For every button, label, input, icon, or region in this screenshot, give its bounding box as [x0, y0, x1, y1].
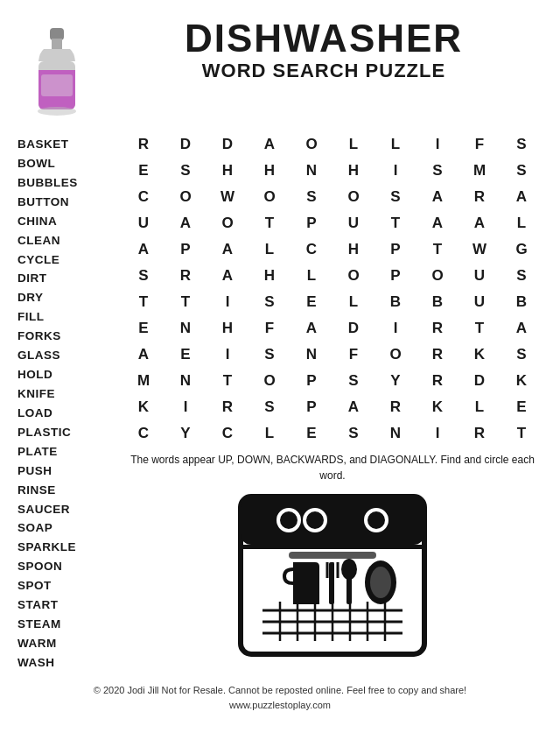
- grid-cell: T: [416, 236, 458, 263]
- grid-cell: F: [458, 131, 500, 158]
- grid-cell: P: [290, 394, 332, 420]
- grid-cell: Y: [164, 420, 206, 447]
- word-item: DRY: [18, 289, 114, 307]
- grid-cell: R: [206, 394, 248, 420]
- grid-cell: S: [248, 342, 290, 368]
- grid-cell: T: [500, 420, 542, 447]
- grid-cell: T: [122, 289, 164, 315]
- grid-cell: I: [206, 342, 248, 368]
- grid-cell: S: [500, 263, 542, 289]
- grid-container: RDDAOLLIFSESHHNHISMSCOWOSOSARAUAOTPUTAAL…: [122, 131, 542, 447]
- grid-cell: H: [332, 158, 374, 184]
- grid-cell: B: [500, 289, 542, 315]
- grid-cell: P: [374, 263, 416, 289]
- grid-cell: L: [290, 263, 332, 289]
- word-item: CYCLE: [18, 251, 114, 270]
- footer: © 2020 Jodi Jill Not for Resale. Cannot …: [94, 683, 466, 714]
- grid-cell: U: [458, 263, 500, 289]
- svg-rect-9: [241, 545, 424, 549]
- grid-cell: S: [374, 184, 416, 210]
- grid-cell: L: [374, 131, 416, 158]
- grid-cell: O: [248, 184, 290, 210]
- grid-cell: N: [374, 420, 416, 447]
- grid-cell: I: [416, 131, 458, 158]
- word-item: SPOON: [18, 558, 114, 576]
- grid-cell: E: [122, 315, 164, 342]
- word-search-grid: RDDAOLLIFSESHHNHISMSCOWOSOSARAUAOTPUTAAL…: [122, 131, 542, 447]
- grid-cell: B: [416, 289, 458, 315]
- grid-cell: S: [248, 394, 290, 420]
- grid-cell: D: [206, 131, 248, 158]
- grid-cell: K: [416, 394, 458, 420]
- grid-cell: O: [332, 263, 374, 289]
- grid-cell: K: [500, 368, 542, 394]
- grid-cell: T: [458, 315, 500, 342]
- svg-rect-8: [241, 497, 424, 545]
- grid-cell: A: [458, 210, 500, 236]
- grid-cell: I: [164, 394, 206, 420]
- grid-cell: R: [122, 131, 164, 158]
- word-item: PUSH: [18, 462, 114, 481]
- grid-cell: S: [164, 158, 206, 184]
- grid-cell: S: [290, 184, 332, 210]
- grid-cell: A: [248, 131, 290, 158]
- word-item: PLASTIC: [18, 424, 114, 442]
- word-item: FORKS: [18, 328, 114, 346]
- grid-cell: A: [416, 184, 458, 210]
- word-item: SAUCER: [18, 501, 114, 519]
- grid-cell: L: [458, 394, 500, 420]
- grid-cell: R: [416, 342, 458, 368]
- grid-cell: I: [416, 420, 458, 447]
- word-item: FILL: [18, 308, 114, 327]
- svg-point-31: [370, 567, 391, 598]
- grid-cell: T: [374, 210, 416, 236]
- grid-cell: N: [164, 315, 206, 342]
- grid-cell: C: [122, 184, 164, 210]
- grid-cell: O: [206, 210, 248, 236]
- grid-cell: A: [122, 236, 164, 263]
- word-item: STEAM: [18, 616, 114, 634]
- dishwasher-illustration: [236, 483, 429, 662]
- grid-cell: E: [500, 394, 542, 420]
- grid-cell: M: [122, 368, 164, 394]
- word-item: START: [18, 596, 114, 615]
- grid-cell: O: [290, 131, 332, 158]
- grid-cell: A: [206, 236, 248, 263]
- grid-cell: E: [164, 342, 206, 368]
- word-item: DIRT: [18, 270, 114, 288]
- word-item: CLEAN: [18, 232, 114, 250]
- svg-point-29: [341, 559, 357, 580]
- grid-cell: P: [290, 210, 332, 236]
- word-item: BUTTON: [18, 194, 114, 212]
- grid-cell: R: [458, 420, 500, 447]
- grid-cell: A: [206, 263, 248, 289]
- grid-cell: N: [290, 342, 332, 368]
- grid-cell: S: [500, 131, 542, 158]
- grid-cell: O: [164, 184, 206, 210]
- word-item: BOWL: [18, 155, 114, 173]
- grid-cell: I: [374, 315, 416, 342]
- word-item: KNIFE: [18, 385, 114, 404]
- grid-cell: A: [500, 184, 542, 210]
- bottle-icon: [18, 26, 96, 123]
- grid-cell: L: [248, 236, 290, 263]
- word-item: CHINA: [18, 213, 114, 231]
- grid-cell: I: [374, 158, 416, 184]
- grid-cell: R: [416, 368, 458, 394]
- content-area: BASKETBOWLBUBBLESBUTTONCHINACLEANCYCLEDI…: [18, 131, 542, 673]
- grid-cell: S: [500, 158, 542, 184]
- grid-cell: H: [206, 315, 248, 342]
- svg-rect-13: [289, 552, 376, 559]
- grid-cell: D: [332, 315, 374, 342]
- grid-cell: D: [458, 368, 500, 394]
- grid-cell: B: [374, 289, 416, 315]
- grid-cell: A: [416, 210, 458, 236]
- footer-line2: www.puzzlestoplay.com: [94, 698, 466, 714]
- grid-cell: L: [332, 131, 374, 158]
- grid-cell: F: [248, 315, 290, 342]
- grid-cell: S: [248, 289, 290, 315]
- main-title: DISHWASHER: [105, 18, 542, 60]
- word-item: SPARKLE: [18, 539, 114, 557]
- word-item: HOLD: [18, 366, 114, 384]
- word-item: BUBBLES: [18, 174, 114, 193]
